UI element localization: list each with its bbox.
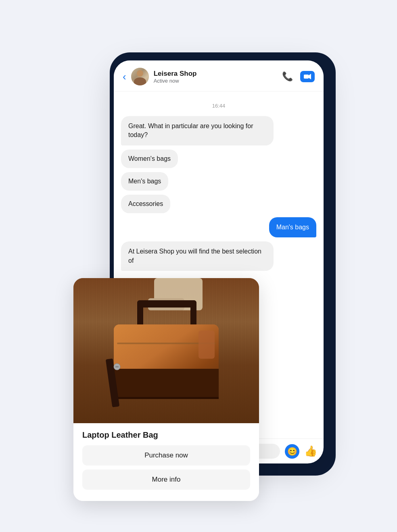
product-image [73,278,259,423]
header-actions: 📞 [282,71,315,82]
product-info: Laptop Leather Bag Purchase now More inf… [73,423,259,501]
message-bubble-reply: Man's bags [269,217,316,237]
phone-call-icon[interactable]: 📞 [282,71,293,82]
svg-rect-0 [304,75,309,79]
svg-rect-9 [114,369,219,399]
option-mens-bags[interactable]: Men's bags [121,172,168,191]
svg-rect-6 [137,300,196,308]
option-accessories[interactable]: Accessories [121,195,170,213]
option-womens-bags[interactable]: Women's bags [121,150,178,168]
contact-status: Active now [154,78,282,84]
contact-name: Leisera Shop [154,70,282,78]
message-bubble-2: At Leisera Shop you will find the best s… [121,241,274,271]
purchase-now-button[interactable]: Purchase now [82,445,250,466]
message-bubble-1: Great. What in particular are you lookin… [121,116,274,145]
chat-header: ‹ Leisera Shop Active now 📞 [114,60,324,91]
product-name: Laptop Leather Bag [82,430,250,440]
emoji-button[interactable]: 😊 [285,444,299,459]
svg-rect-10 [114,397,219,399]
svg-rect-12 [198,330,215,359]
product-card: Laptop Leather Bag Purchase now More inf… [73,278,259,501]
contact-avatar[interactable] [131,68,149,85]
message-timestamp: 16:44 [121,103,316,109]
thumbs-up-button[interactable]: 👍 [304,445,317,457]
svg-rect-15 [115,366,119,368]
back-button[interactable]: ‹ [123,71,126,83]
contact-info: Leisera Shop Active now [154,70,282,84]
video-call-button[interactable] [300,71,315,82]
svg-marker-1 [309,74,311,79]
more-info-button[interactable]: More info [82,470,250,490]
